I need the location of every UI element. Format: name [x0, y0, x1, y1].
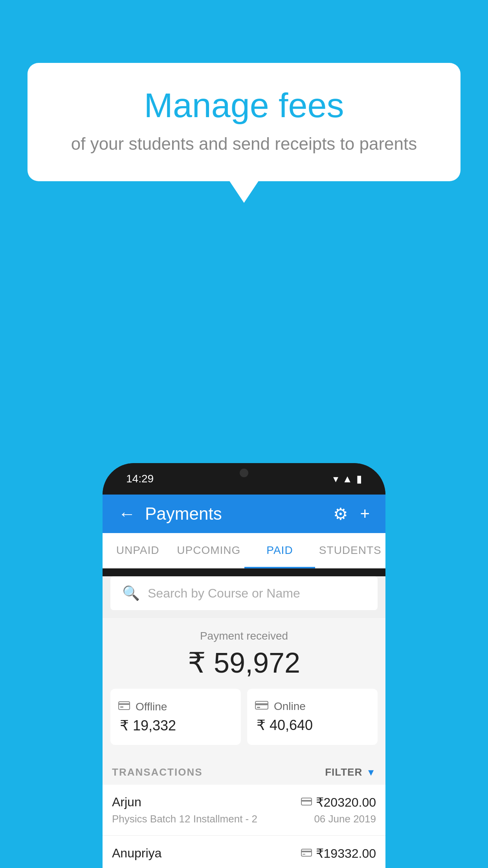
search-bar[interactable]: 🔍 Search by Course or Name — [110, 576, 378, 610]
filter-label: FILTER — [325, 766, 362, 778]
search-icon: 🔍 — [122, 585, 140, 601]
phone-top-bar: 14:29 ▾ ▲ ▮ — [103, 463, 385, 495]
transaction-amount: ₹19332.00 — [316, 846, 376, 861]
speech-bubble-container: Manage fees of your students and send re… — [28, 63, 460, 181]
offline-card-header: Offline — [118, 700, 233, 714]
signal-icon: ▲ — [342, 473, 352, 485]
transaction-detail: Physics Batch 12 Installment - 2 — [112, 813, 257, 825]
transaction-name: Arjun — [112, 795, 141, 809]
tab-paid[interactable]: PAID — [244, 533, 315, 568]
tab-unpaid[interactable]: UNPAID — [103, 533, 173, 568]
offline-icon — [118, 700, 130, 714]
svg-rect-9 — [301, 851, 312, 852]
back-button[interactable]: ← — [118, 504, 136, 524]
offline-label: Offline — [136, 701, 167, 713]
offline-amount: ₹ 19,332 — [118, 717, 233, 734]
filter-button[interactable]: FILTER ▼ — [325, 766, 376, 778]
payment-received-label: Payment received — [110, 630, 378, 642]
search-placeholder-text: Search by Course or Name — [148, 586, 300, 601]
tabs-bar: UNPAID UPCOMING PAID STUDENTS — [103, 533, 385, 568]
notch — [216, 463, 272, 483]
camera-dot — [240, 469, 248, 477]
transactions-header: TRANSACTIONS FILTER ▼ — [103, 757, 385, 785]
transaction-bottom: Physics Batch 12 Installment - 2 06 June… — [112, 813, 376, 825]
offline-card: Offline ₹ 19,332 — [110, 689, 241, 745]
transaction-amount-wrap: ₹20320.00 — [301, 795, 376, 810]
online-card-header: Online — [255, 700, 370, 713]
svg-rect-4 — [255, 703, 268, 705]
svg-rect-0 — [119, 702, 130, 710]
header-left: ← Payments — [118, 504, 222, 524]
header-right: ⚙ + — [333, 504, 370, 524]
table-row[interactable]: Arjun ₹20320.00 Physics Batch 12 Install… — [103, 785, 385, 836]
bubble-title: Manage fees — [59, 86, 429, 125]
payment-cards: Offline ₹ 19,332 — [110, 689, 378, 745]
svg-rect-5 — [257, 707, 260, 708]
svg-rect-10 — [303, 854, 305, 855]
payment-received-section: Payment received ₹ 59,972 Offline — [103, 618, 385, 757]
online-amount: ₹ 40,640 — [255, 717, 370, 734]
speech-bubble: Manage fees of your students and send re… — [28, 63, 460, 181]
bubble-subtitle: of your students and send receipts to pa… — [59, 134, 429, 154]
transaction-top: Anupriya ₹19332.00 — [112, 846, 376, 861]
status-icons: ▾ ▲ ▮ — [333, 473, 362, 485]
svg-rect-8 — [301, 849, 312, 856]
settings-icon[interactable]: ⚙ — [333, 504, 348, 524]
transaction-name: Anupriya — [112, 846, 161, 861]
app-header: ← Payments ⚙ + — [103, 495, 385, 533]
transactions-label: TRANSACTIONS — [112, 766, 203, 778]
filter-icon: ▼ — [366, 767, 376, 778]
transaction-amount: ₹20320.00 — [316, 795, 376, 810]
transaction-amount-wrap: ₹19332.00 — [301, 846, 376, 861]
online-card: Online ₹ 40,640 — [247, 689, 378, 745]
add-icon[interactable]: + — [360, 504, 370, 523]
app-content: 🔍 Search by Course or Name Payment recei… — [103, 576, 385, 868]
status-time: 14:29 — [126, 473, 154, 485]
online-label: Online — [274, 700, 306, 713]
svg-rect-1 — [119, 703, 130, 705]
online-icon — [255, 700, 268, 713]
wifi-icon: ▾ — [333, 473, 338, 485]
transaction-type-icon-offline — [301, 848, 312, 860]
table-row[interactable]: Anupriya ₹19332.00 — [103, 836, 385, 868]
transaction-top: Arjun ₹20320.00 — [112, 795, 376, 810]
svg-rect-2 — [120, 706, 123, 708]
page-title: Payments — [145, 504, 222, 524]
transaction-date: 06 June 2019 — [314, 813, 376, 825]
svg-rect-7 — [301, 800, 312, 802]
transaction-type-icon-online — [301, 796, 312, 809]
phone-frame: 14:29 ▾ ▲ ▮ ← Payments ⚙ + UNPAID UPCOMI… — [103, 463, 385, 868]
payment-received-amount: ₹ 59,972 — [110, 646, 378, 679]
tab-upcoming[interactable]: UPCOMING — [173, 533, 244, 568]
tab-students[interactable]: STUDENTS — [315, 533, 385, 568]
battery-icon: ▮ — [356, 473, 362, 485]
